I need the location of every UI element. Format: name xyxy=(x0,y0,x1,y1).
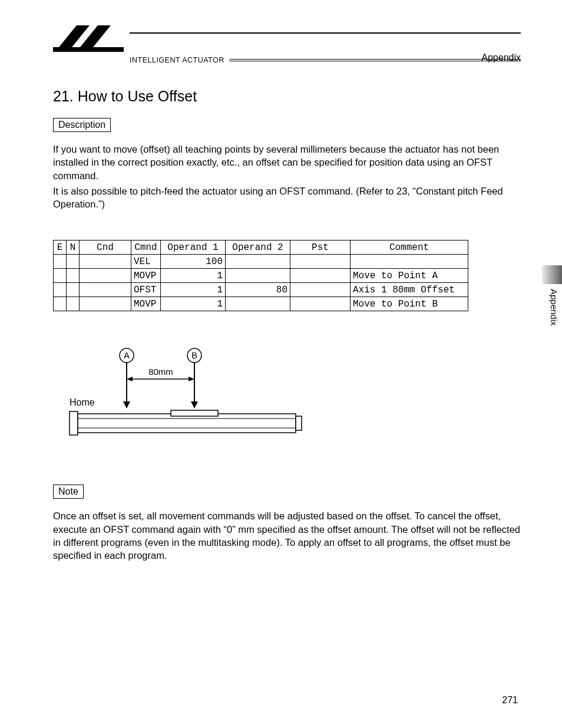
table-cell xyxy=(80,283,131,297)
table-cell xyxy=(226,297,290,311)
table-row: OFST180Axis 1 80mm Offset xyxy=(54,283,468,297)
side-tab-label: Appendix xyxy=(549,289,559,326)
table-cell xyxy=(226,269,290,283)
svg-rect-10 xyxy=(70,411,78,435)
table-cell xyxy=(67,269,80,283)
diagram-point-a-label: A xyxy=(124,350,130,360)
svg-rect-11 xyxy=(78,414,296,433)
table-row: VEL100 xyxy=(54,255,468,269)
table-cell xyxy=(80,297,131,311)
table-cell: Axis 1 80mm Offset xyxy=(351,283,468,297)
svg-marker-9 xyxy=(189,377,194,381)
side-tab: Appendix xyxy=(542,265,562,326)
table-cell: MOVP xyxy=(131,297,161,311)
th-e: E xyxy=(54,241,67,255)
table-cell xyxy=(290,255,351,269)
page: Appendix INTELLIGENT ACTUATOR 21. How to… xyxy=(0,0,562,728)
diagram-home-label: Home xyxy=(70,397,95,407)
svg-marker-8 xyxy=(127,377,133,381)
table-cell: 80 xyxy=(226,283,290,297)
table-cell xyxy=(80,269,131,283)
svg-rect-14 xyxy=(296,416,302,430)
table-cell xyxy=(290,297,351,311)
th-pst: Pst xyxy=(290,241,351,255)
th-op1: Operand 1 xyxy=(161,241,226,255)
offset-diagram: Home A B 80mm xyxy=(65,347,521,449)
table-cell xyxy=(67,297,80,311)
table-row: MOVP1Move to Point B xyxy=(54,297,468,311)
section-title: 21. How to Use Offset xyxy=(53,88,521,105)
table-row: MOVP1Move to Point A xyxy=(54,269,468,283)
table-header-row: E N Cnd Cmnd Operand 1 Operand 2 Pst Com… xyxy=(54,241,468,255)
svg-rect-15 xyxy=(171,410,218,416)
command-table: E N Cnd Cmnd Operand 1 Operand 2 Pst Com… xyxy=(53,240,468,311)
table-cell xyxy=(226,255,290,269)
table-cell xyxy=(351,255,468,269)
table-body: VEL100MOVP1Move to Point AOFST180Axis 1 … xyxy=(54,255,468,311)
table-cell: VEL xyxy=(131,255,161,269)
table-cell: MOVP xyxy=(131,269,161,283)
table-cell: Move to Point A xyxy=(351,269,468,283)
description-para-1: If you want to move (offset) all teachin… xyxy=(53,143,521,182)
table-cell xyxy=(290,283,351,297)
description-para-2: It is also possible to pitch-feed the ac… xyxy=(53,185,521,211)
description-block: If you want to move (offset) all teachin… xyxy=(53,143,521,210)
diagram-distance-label: 80mm xyxy=(148,367,173,377)
svg-marker-4 xyxy=(123,401,130,409)
th-op2: Operand 2 xyxy=(226,241,290,255)
diagram-point-b-label: B xyxy=(191,350,197,360)
note-label: Note xyxy=(53,485,84,499)
header-appendix-label: Appendix xyxy=(481,52,521,63)
page-number: 271 xyxy=(502,695,518,706)
th-cnd: Cnd xyxy=(80,241,131,255)
table-cell: 100 xyxy=(161,255,226,269)
table-cell xyxy=(54,255,67,269)
table-cell: 1 xyxy=(161,297,226,311)
th-n: N xyxy=(67,241,80,255)
brand-rule xyxy=(229,59,521,61)
table-cell xyxy=(67,255,80,269)
description-label: Description xyxy=(53,118,111,132)
table-cell: 1 xyxy=(161,269,226,283)
note-paragraph: Once an offset is set, all movement comm… xyxy=(53,509,521,562)
page-header: Appendix INTELLIGENT ACTUATOR xyxy=(53,34,521,64)
table-cell: 1 xyxy=(161,283,226,297)
table-cell xyxy=(80,255,131,269)
table-cell xyxy=(54,297,67,311)
svg-marker-6 xyxy=(191,401,198,409)
table-cell xyxy=(54,283,67,297)
table-cell xyxy=(54,269,67,283)
side-tab-gradient xyxy=(542,265,562,284)
brand-text: INTELLIGENT ACTUATOR xyxy=(130,56,224,64)
th-comment: Comment xyxy=(351,241,468,255)
table-cell xyxy=(67,283,80,297)
th-cmnd: Cmnd xyxy=(131,241,161,255)
table-cell xyxy=(290,269,351,283)
table-cell: OFST xyxy=(131,283,161,297)
table-cell: Move to Point B xyxy=(351,297,468,311)
